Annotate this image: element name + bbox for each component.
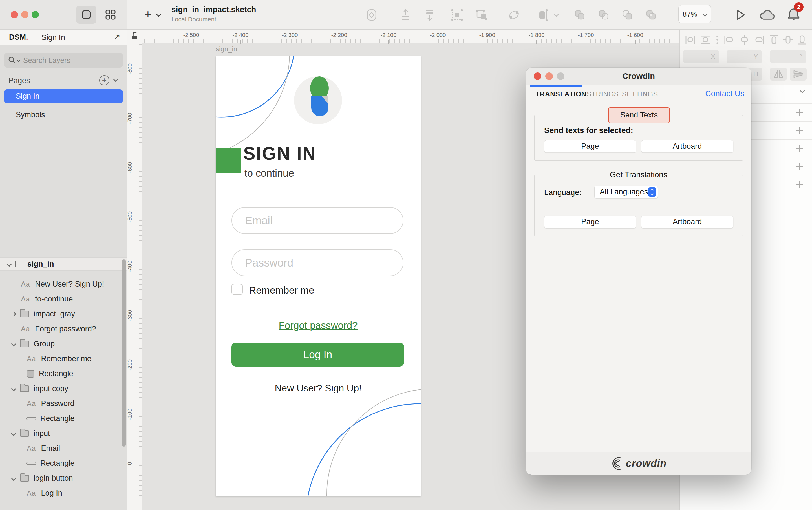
- dialog-close-button[interactable]: [534, 72, 541, 80]
- layer-label: impact_gray: [33, 310, 75, 319]
- layer-row-text[interactable]: AaPassword: [0, 396, 126, 411]
- plus-icon: [794, 126, 804, 135]
- document-title: sign_in_impact.sketch: [171, 5, 256, 14]
- h-ruler-label: -2 500: [174, 32, 208, 38]
- zoom-window-button[interactable]: [32, 11, 39, 18]
- zoom-level-dropdown[interactable]: 87%: [678, 5, 711, 23]
- v-ruler-label: -100: [126, 403, 135, 425]
- send-selected-label: Send texts for selected:: [544, 126, 633, 135]
- collapse-chevron-icon[interactable]: [11, 476, 16, 481]
- dropdown-stepper-icon: [648, 187, 656, 197]
- language-dropdown[interactable]: All Languages: [594, 186, 658, 198]
- layer-row-group[interactable]: login button: [0, 471, 126, 486]
- layer-row-group[interactable]: Group: [0, 336, 126, 351]
- section-chevron-icon[interactable]: [800, 88, 805, 93]
- layer-row-group[interactable]: input copy: [0, 381, 126, 396]
- layer-label: Rectangle: [40, 459, 75, 468]
- dsm-tab[interactable]: DSM.: [9, 33, 28, 42]
- document-title-block: sign_in_impact.sketch Local Document: [171, 5, 256, 23]
- layer-label: input copy: [33, 384, 68, 393]
- logo-blue-drop: [311, 96, 329, 117]
- dialog-titlebar: Crowdin: [526, 68, 751, 85]
- sidebar-tab-signin[interactable]: Sign In: [41, 33, 65, 42]
- search-layers-field[interactable]: [4, 53, 123, 68]
- search-input[interactable]: [23, 56, 116, 65]
- layer-row-text[interactable]: AaRemember me: [0, 351, 126, 366]
- send-page-button[interactable]: Page: [544, 140, 636, 153]
- layer-row-shape[interactable]: Rectangle: [0, 411, 126, 426]
- alignment-toolbar: [680, 32, 812, 47]
- text-layer-icon: Aa: [27, 355, 36, 363]
- layer-row-text[interactable]: AaEmail: [0, 441, 126, 456]
- preview-play-button[interactable]: [733, 8, 747, 22]
- get-artboard-button[interactable]: Artboard: [641, 215, 733, 228]
- send-texts-button[interactable]: Send Texts: [608, 107, 670, 123]
- artboard-collapse-chevron-icon[interactable]: [6, 262, 11, 267]
- layers-scrollbar[interactable]: [122, 259, 126, 447]
- layer-label: input: [33, 429, 50, 438]
- tab-strings[interactable]: STRINGS: [587, 90, 619, 98]
- get-page-button[interactable]: Page: [544, 215, 636, 228]
- ungroup-tool-icon: [475, 8, 488, 22]
- email-field-graphic: Email: [231, 207, 403, 234]
- signup-text-graphic: New User? Sign Up!: [216, 383, 420, 394]
- close-window-button[interactable]: [11, 11, 18, 18]
- rotation-field: °: [770, 50, 806, 63]
- layers-list: AaNew User? Sign Up! Aato-continue impac…: [0, 277, 126, 501]
- layer-row-shape[interactable]: Rectangle: [0, 366, 126, 381]
- layer-label: Remember me: [41, 355, 92, 363]
- page-item-sign-in[interactable]: Sign In: [4, 89, 123, 103]
- collapse-chevron-icon[interactable]: [11, 386, 16, 391]
- layer-row-artboard[interactable]: sign_in: [0, 257, 126, 271]
- open-page-arrow-icon[interactable]: ↗: [113, 32, 120, 42]
- pages-collapse-chevron-icon[interactable]: [113, 77, 118, 82]
- dialog-minimize-button[interactable]: [545, 72, 553, 80]
- layer-label: Rectangle: [40, 414, 75, 423]
- contact-us-link[interactable]: Contact Us: [705, 89, 745, 98]
- sign-in-artboard[interactable]: SIGN IN to continue Email Password Remem…: [216, 56, 420, 497]
- dialog-zoom-button[interactable]: [557, 72, 564, 80]
- grid-view-toggle[interactable]: [100, 6, 121, 24]
- layer-row-text[interactable]: AaForgot password?: [0, 322, 126, 336]
- canvas-view-toggle[interactable]: [76, 6, 96, 24]
- collapse-chevron-icon[interactable]: [11, 341, 16, 346]
- add-page-button[interactable]: +: [99, 75, 109, 85]
- crowdin-logo-icon: [610, 457, 623, 470]
- notification-badge: 2: [794, 2, 804, 12]
- plus-icon: [794, 162, 804, 171]
- v-ruler-label: -700: [126, 107, 135, 130]
- cloud-sync-button[interactable]: [759, 8, 778, 22]
- v-ruler-label: -200: [126, 354, 135, 376]
- artboard-name-label[interactable]: sign_in: [216, 45, 237, 53]
- layer-row-group[interactable]: input: [0, 426, 126, 441]
- artboard-heading: SIGN IN: [243, 143, 316, 164]
- send-artboard-button[interactable]: Artboard: [641, 140, 733, 153]
- tab-translation[interactable]: TRANSLATION: [535, 90, 586, 98]
- flip-horizontal-button: [770, 68, 787, 81]
- h-ruler-label: -1 700: [569, 32, 603, 38]
- minimize-window-button[interactable]: [21, 11, 28, 18]
- pages-section-label: Pages: [8, 77, 30, 85]
- v-ruler-label: -600: [126, 156, 135, 179]
- layer-row-group[interactable]: impact_gray: [0, 306, 126, 322]
- page-item-symbols[interactable]: Symbols: [4, 108, 123, 122]
- collapse-chevron-icon[interactable]: [11, 431, 16, 436]
- layer-row-text[interactable]: AaLog In: [0, 486, 126, 501]
- crowdin-plugin-dialog: Crowdin TRANSLATION STRINGS SETTINGS Con…: [526, 68, 751, 475]
- layer-row-shape[interactable]: Rectangle: [0, 456, 126, 471]
- layer-row-text[interactable]: Aato-continue: [0, 292, 126, 306]
- folder-icon: [20, 430, 29, 437]
- distribute-vertical-icon: [700, 35, 711, 44]
- v-ruler-label: -400: [126, 255, 135, 277]
- layer-row-text[interactable]: AaNew User? Sign Up!: [0, 277, 126, 292]
- insert-chevron-icon[interactable]: [156, 11, 161, 17]
- password-field-graphic: Password: [231, 249, 403, 276]
- artboard-icon: [15, 261, 23, 267]
- accent-green-rectangle: [216, 148, 241, 173]
- h-ruler-label: -2 200: [322, 32, 356, 38]
- insert-button[interactable]: +: [144, 7, 152, 22]
- layer-label: Log In: [41, 489, 62, 498]
- tab-settings[interactable]: SETTINGS: [622, 90, 658, 98]
- collapse-chevron-icon[interactable]: [11, 311, 16, 317]
- unlock-icon[interactable]: [130, 31, 139, 41]
